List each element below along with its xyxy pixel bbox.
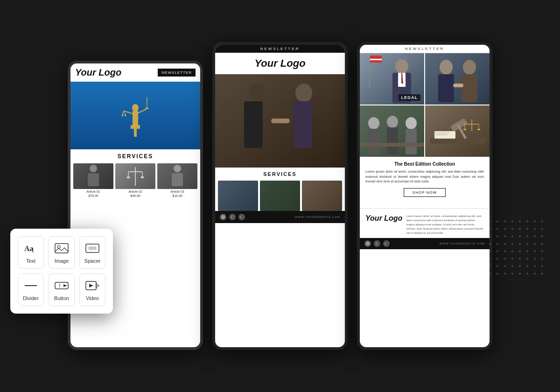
gavel-icon (425, 105, 490, 157)
dot: + (533, 272, 537, 275)
svg-rect-48 (369, 56, 370, 88)
dot: + (496, 219, 499, 223)
dot: + (496, 257, 499, 260)
popup-item-video[interactable]: Video (79, 273, 105, 306)
center-screen: NEWSLETTER Your Logo (215, 45, 345, 347)
article-image-2 (115, 163, 155, 189)
dot: + (525, 242, 529, 245)
svg-rect-60 (453, 84, 463, 87)
popup-image-label: Image (55, 258, 69, 264)
dot: + (496, 242, 499, 245)
meeting-icon (425, 53, 490, 105)
center-articles (215, 181, 345, 211)
dot: + (488, 264, 492, 268)
hero-cell-1: LEGAL (360, 53, 424, 105)
dot: + (518, 249, 522, 253)
dot: + (503, 219, 507, 223)
dot: + (518, 234, 522, 238)
center-hero-image (215, 74, 345, 168)
article-item-3: Article 03 $19.00 (157, 163, 197, 197)
center-footer-website: WWW.YOURWEBSITE.COM (295, 216, 340, 218)
shop-now-button[interactable]: SHOP NOW (404, 188, 446, 197)
svg-rect-21 (172, 173, 183, 186)
dot: + (503, 234, 507, 238)
dot: + (488, 219, 492, 223)
dot: + (540, 257, 544, 260)
popup-item-button[interactable]: Button (49, 273, 75, 306)
dot: + (533, 227, 537, 231)
popup-item-spacer[interactable]: Spacer (79, 236, 105, 269)
article-3-price: $19.00 (157, 194, 197, 197)
dot: + (511, 234, 514, 238)
dot: + (518, 219, 522, 223)
svg-point-44 (222, 216, 224, 217)
center-article-2 (260, 181, 300, 211)
svg-point-58 (463, 60, 476, 75)
right-divider (360, 208, 490, 209)
dot: + (518, 242, 522, 245)
divider-icon (22, 279, 40, 293)
article1-figure-icon (84, 165, 103, 188)
left-services-title: SERVICES (70, 149, 200, 163)
svg-rect-27 (89, 247, 96, 250)
article-image-1 (73, 163, 113, 189)
center-footer-social: f t (220, 214, 245, 220)
svg-rect-55 (425, 53, 490, 105)
center-article-3 (302, 181, 342, 211)
center-article-img-1 (218, 181, 258, 211)
popup-item-image[interactable]: Image (49, 236, 75, 269)
svg-rect-69 (425, 105, 490, 157)
article-2-label: Article 02 (115, 189, 155, 194)
svg-rect-68 (360, 143, 424, 147)
svg-rect-12 (90, 165, 97, 172)
svg-rect-7 (122, 114, 123, 116)
dot: + (511, 257, 514, 260)
dot: + (496, 234, 499, 238)
popup-card: Aa Text Image (10, 229, 113, 314)
center-logo-area: Your Logo (215, 53, 345, 74)
popup-grid: Aa Text Image (18, 236, 105, 306)
hero-cell-4 (425, 105, 490, 157)
popup-item-divider[interactable]: Divider (18, 273, 44, 306)
svg-marker-35 (89, 284, 93, 287)
popup-item-text[interactable]: Aa Text (18, 236, 44, 269)
svg-rect-80 (463, 129, 466, 130)
svg-rect-70 (430, 138, 485, 144)
article-item-1: Article 01 $79.00 (73, 163, 113, 197)
svg-point-66 (406, 117, 417, 129)
facebook-icon: f (229, 214, 236, 220)
right-footer-website: WWW.YOURWEBSITE.COM (440, 242, 485, 245)
dot: + (533, 264, 537, 268)
article-image-3 (157, 163, 197, 189)
svg-point-83 (367, 243, 368, 244)
right-twitter-icon: t (383, 240, 390, 247)
svg-rect-23 (33, 248, 33, 253)
dot: + (533, 234, 537, 238)
svg-line-5 (122, 111, 124, 114)
article-item-2: Article 02 $49.00 (115, 163, 155, 197)
dot: + (496, 227, 499, 231)
svg-point-62 (368, 117, 379, 129)
svg-rect-57 (438, 74, 454, 102)
left-articles: Article 01 $79.00 Articl (70, 163, 200, 197)
center-device: NEWSLETTER Your Logo (212, 42, 348, 350)
left-hero-image (70, 82, 200, 149)
center-footer: f t WWW.YOURWEBSITE.COM (215, 211, 345, 223)
svg-rect-18 (127, 176, 130, 178)
right-footer: f t WWW.YOURWEBSITE.COM (360, 238, 490, 249)
svg-rect-19 (141, 176, 144, 178)
dot: + (488, 272, 492, 275)
dot: + (533, 249, 537, 253)
svg-marker-31 (63, 284, 67, 287)
dot: + (540, 264, 544, 268)
dot: + (488, 242, 492, 245)
right-hero-grid: LEGAL (360, 53, 490, 157)
popup-divider-label: Divider (23, 295, 39, 301)
dot: + (503, 272, 507, 275)
svg-rect-20 (174, 165, 181, 172)
dot: + (533, 242, 537, 245)
dot: + (503, 227, 507, 231)
dot: + (518, 264, 522, 268)
dot: + (511, 272, 514, 275)
popup-video-label: Video (86, 295, 99, 301)
